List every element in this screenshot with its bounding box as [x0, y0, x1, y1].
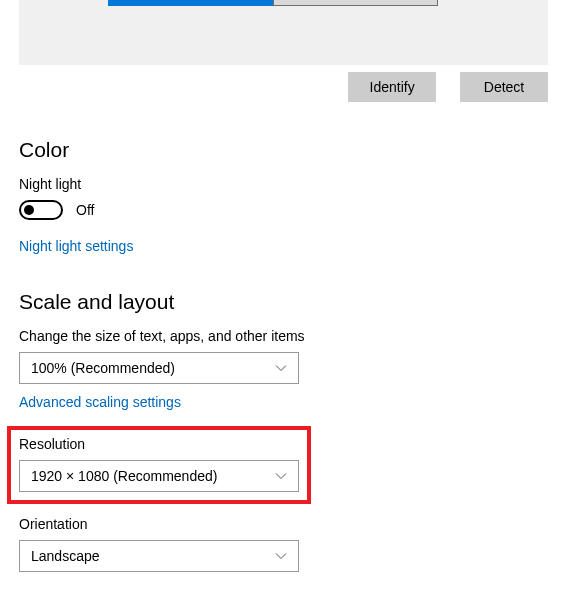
- night-light-state: Off: [76, 202, 94, 218]
- resolution-label: Resolution: [19, 436, 299, 452]
- display-preview-area: [19, 0, 548, 65]
- orientation-dropdown[interactable]: Landscape: [19, 540, 299, 572]
- identify-button[interactable]: Identify: [348, 72, 436, 102]
- scale-layout-heading: Scale and layout: [19, 290, 548, 314]
- chevron-down-icon: [275, 362, 287, 374]
- resolution-dropdown[interactable]: 1920 × 1080 (Recommended): [19, 460, 299, 492]
- resolution-dropdown-value: 1920 × 1080 (Recommended): [31, 468, 217, 484]
- night-light-label: Night light: [19, 176, 548, 192]
- detect-button[interactable]: Detect: [460, 72, 548, 102]
- chevron-down-icon: [275, 550, 287, 562]
- orientation-dropdown-value: Landscape: [31, 548, 100, 564]
- advanced-scaling-link[interactable]: Advanced scaling settings: [19, 394, 181, 410]
- resolution-highlight: Resolution 1920 × 1080 (Recommended): [7, 426, 311, 504]
- night-light-settings-link[interactable]: Night light settings: [19, 238, 133, 254]
- toggle-knob: [24, 205, 34, 215]
- display-actions-row: Identify Detect: [19, 72, 548, 102]
- monitor-2[interactable]: [273, 0, 438, 6]
- chevron-down-icon: [275, 470, 287, 482]
- scale-label: Change the size of text, apps, and other…: [19, 328, 548, 344]
- night-light-toggle[interactable]: [19, 200, 63, 220]
- scale-dropdown[interactable]: 100% (Recommended): [19, 352, 299, 384]
- monitor-1[interactable]: [108, 0, 273, 6]
- scale-dropdown-value: 100% (Recommended): [31, 360, 175, 376]
- color-heading: Color: [19, 138, 548, 162]
- orientation-label: Orientation: [19, 516, 548, 532]
